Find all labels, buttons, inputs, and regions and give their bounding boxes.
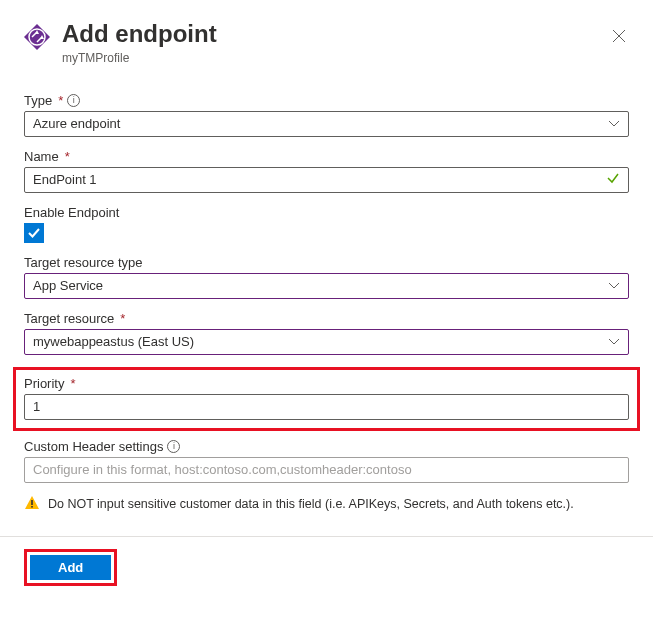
required-indicator: *	[70, 376, 75, 391]
type-label: Type	[24, 93, 52, 108]
add-button[interactable]: Add	[30, 555, 111, 580]
warning-icon	[24, 495, 40, 514]
close-icon	[612, 29, 626, 43]
priority-label: Priority	[24, 376, 64, 391]
target-resource-select[interactable]: mywebappeastus (East US)	[24, 329, 629, 355]
target-resource-type-value: App Service	[33, 278, 103, 293]
field-target-resource-type: Target resource type App Service	[24, 255, 629, 299]
chevron-down-icon	[608, 334, 620, 349]
field-name: Name * EndPoint 1	[24, 149, 629, 193]
info-icon[interactable]: i	[67, 94, 80, 107]
panel-subtitle: myTMProfile	[62, 51, 217, 65]
panel-footer: Add	[0, 536, 653, 586]
enable-label: Enable Endpoint	[24, 205, 119, 220]
name-input[interactable]: EndPoint 1	[24, 167, 629, 193]
warning-text: Do NOT input sensitive customer data in …	[48, 497, 574, 511]
required-indicator: *	[58, 93, 63, 108]
field-enable: Enable Endpoint	[24, 205, 629, 243]
name-value: EndPoint 1	[33, 172, 97, 187]
svg-rect-6	[31, 506, 33, 508]
target-resource-type-select[interactable]: App Service	[24, 273, 629, 299]
chevron-down-icon	[608, 116, 620, 131]
svg-marker-0	[24, 24, 50, 50]
checkmark-icon	[27, 226, 41, 240]
priority-input[interactable]: 1	[24, 394, 629, 420]
panel-header: Add endpoint myTMProfile	[24, 20, 629, 65]
custom-header-placeholder: Configure in this format, host:contoso.c…	[33, 462, 412, 477]
priority-value: 1	[33, 399, 40, 414]
field-type: Type * i Azure endpoint	[24, 93, 629, 137]
target-resource-type-label: Target resource type	[24, 255, 143, 270]
custom-header-label: Custom Header settings	[24, 439, 163, 454]
svg-rect-5	[31, 500, 33, 505]
close-button[interactable]	[609, 26, 629, 46]
traffic-manager-icon	[24, 24, 50, 50]
target-resource-label: Target resource	[24, 311, 114, 326]
name-label: Name	[24, 149, 59, 164]
required-indicator: *	[120, 311, 125, 326]
info-icon[interactable]: i	[167, 440, 180, 453]
custom-header-input[interactable]: Configure in this format, host:contoso.c…	[24, 457, 629, 483]
add-button-highlight: Add	[24, 549, 117, 586]
warning-message: Do NOT input sensitive customer data in …	[24, 495, 629, 514]
panel-title: Add endpoint	[62, 20, 217, 49]
chevron-down-icon	[608, 278, 620, 293]
enable-checkbox[interactable]	[24, 223, 44, 243]
type-select[interactable]: Azure endpoint	[24, 111, 629, 137]
validation-check-icon	[606, 171, 620, 189]
target-resource-value: mywebappeastus (East US)	[33, 334, 194, 349]
field-custom-header: Custom Header settings i Configure in th…	[24, 439, 629, 483]
required-indicator: *	[65, 149, 70, 164]
type-value: Azure endpoint	[33, 116, 120, 131]
priority-highlight: Priority * 1	[13, 367, 640, 431]
field-target-resource: Target resource * mywebappeastus (East U…	[24, 311, 629, 355]
